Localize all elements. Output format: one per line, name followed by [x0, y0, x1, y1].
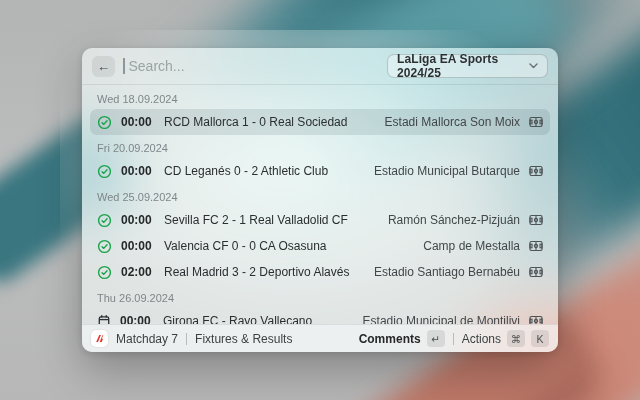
matchday-label: Matchday 7: [116, 332, 178, 346]
pitch-icon: [529, 315, 543, 324]
check-circle-icon: [97, 265, 112, 280]
laliga-logo: [91, 330, 108, 347]
section-date: Fri 20.09.2024: [90, 135, 550, 158]
section-rows: 00:00 RCD Mallorca 1 - 0 Real Sociedad E…: [90, 109, 550, 135]
footer-divider: [453, 333, 454, 345]
comments-button[interactable]: Comments ↵: [359, 330, 445, 347]
match-title: Girona FC - Rayo Vallecano: [163, 314, 312, 324]
chevron-down-icon: [529, 63, 538, 69]
section-date: Wed 18.09.2024: [90, 86, 550, 109]
search-input[interactable]: [129, 58, 380, 74]
match-title: CD Leganés 0 - 2 Athletic Club: [164, 164, 328, 178]
match-list: Wed 18.09.2024 00:00 RCD Mallorca 1 - 0 …: [82, 85, 558, 324]
pitch-icon: [529, 165, 543, 177]
match-time: 00:00: [120, 314, 154, 324]
comments-label: Comments: [359, 332, 421, 346]
match-row[interactable]: 02:00 Real Madrid 3 - 2 Deportivo Alavés…: [90, 259, 550, 285]
match-venue: Ramón Sánchez-Pizjuán: [388, 213, 520, 227]
section-rows: 00:00 CD Leganés 0 - 2 Athletic Club Est…: [90, 158, 550, 184]
match-section: Fri 20.09.2024 00:00 CD Leganés 0 - 2 At…: [90, 135, 550, 184]
pitch-icon: [529, 116, 543, 128]
check-circle-icon: [97, 213, 112, 228]
text-caret: [123, 58, 125, 74]
pitch-icon: [529, 214, 543, 226]
view-label: Fixtures & Results: [195, 332, 292, 346]
back-arrow-icon: ←: [97, 59, 110, 74]
match-time: 00:00: [121, 164, 155, 178]
match-venue: Camp de Mestalla: [423, 239, 520, 253]
check-circle-icon: [97, 164, 112, 179]
match-row[interactable]: 00:00 CD Leganés 0 - 2 Athletic Club Est…: [90, 158, 550, 184]
match-section: Thu 26.09.2024 00:00 Girona FC - Rayo Va…: [90, 285, 550, 324]
footer-divider: [186, 333, 187, 345]
desktop-background: ← LaLiga EA Sports 2024/25 Wed 18.09.202…: [0, 0, 640, 400]
command-palette-window: ← LaLiga EA Sports 2024/25 Wed 18.09.202…: [82, 48, 558, 352]
league-dropdown[interactable]: LaLiga EA Sports 2024/25: [387, 54, 548, 78]
command-key-icon: ⌘: [507, 330, 525, 347]
match-row[interactable]: 00:00 Sevilla FC 2 - 1 Real Valladolid C…: [90, 207, 550, 233]
section-rows: 00:00 Sevilla FC 2 - 1 Real Valladolid C…: [90, 207, 550, 285]
section-rows: 00:00 Girona FC - Rayo Vallecano Estadio…: [90, 308, 550, 324]
match-title: RCD Mallorca 1 - 0 Real Sociedad: [164, 115, 347, 129]
section-date: Wed 25.09.2024: [90, 184, 550, 207]
match-row[interactable]: 00:00 RCD Mallorca 1 - 0 Real Sociedad E…: [90, 109, 550, 135]
pitch-icon: [529, 240, 543, 252]
match-section: Wed 25.09.2024 00:00 Sevilla FC 2 - 1 Re…: [90, 184, 550, 285]
pitch-icon: [529, 266, 543, 278]
match-row[interactable]: 00:00 Girona FC - Rayo Vallecano Estadio…: [90, 308, 550, 324]
match-time: 00:00: [121, 213, 155, 227]
match-venue: Estadi Mallorca Son Moix: [385, 115, 520, 129]
match-time: 02:00: [121, 265, 155, 279]
search-bar: ← LaLiga EA Sports 2024/25: [82, 48, 558, 85]
match-venue: Estadio Municipal de Montilivi: [363, 314, 520, 324]
league-dropdown-value: LaLiga EA Sports 2024/25: [397, 52, 529, 80]
section-date: Thu 26.09.2024: [90, 285, 550, 308]
match-venue: Estadio Santiago Bernabéu: [374, 265, 520, 279]
check-circle-icon: [97, 239, 112, 254]
check-circle-icon: [97, 115, 112, 130]
actions-button[interactable]: Actions ⌘ K: [462, 330, 549, 347]
match-title: Valencia CF 0 - 0 CA Osasuna: [164, 239, 327, 253]
match-time: 00:00: [121, 115, 155, 129]
actions-label: Actions: [462, 332, 501, 346]
calendar-icon: [97, 314, 111, 324]
k-key-icon: K: [531, 330, 549, 347]
match-title: Sevilla FC 2 - 1 Real Valladolid CF: [164, 213, 348, 227]
match-row[interactable]: 00:00 Valencia CF 0 - 0 CA Osasuna Camp …: [90, 233, 550, 259]
match-time: 00:00: [121, 239, 155, 253]
back-button[interactable]: ←: [92, 56, 115, 77]
match-section: Wed 18.09.2024 00:00 RCD Mallorca 1 - 0 …: [90, 86, 550, 135]
match-venue: Estadio Municipal Butarque: [374, 164, 520, 178]
match-title: Real Madrid 3 - 2 Deportivo Alavés: [164, 265, 349, 279]
status-bar: Matchday 7 Fixtures & Results Comments ↵…: [82, 324, 558, 352]
return-key-icon: ↵: [427, 330, 445, 347]
